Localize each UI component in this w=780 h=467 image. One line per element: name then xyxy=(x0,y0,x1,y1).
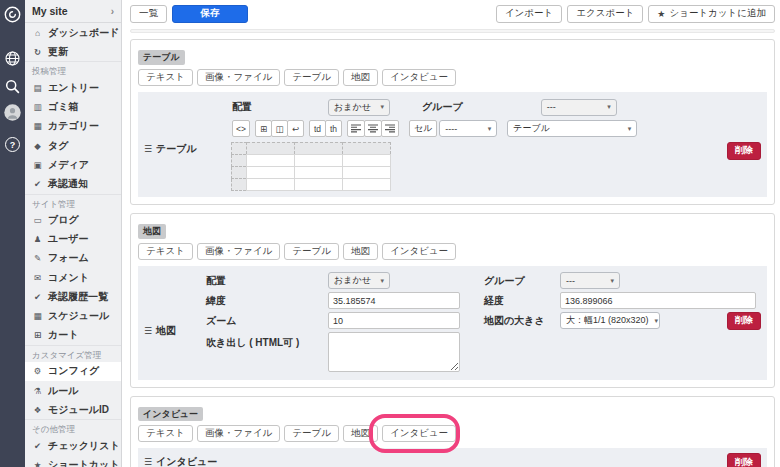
site-switcher[interactable]: My site › xyxy=(25,0,121,23)
align-left-icon[interactable] xyxy=(347,120,365,137)
sidebar-item-media[interactable]: ▣ メディア xyxy=(25,155,121,174)
add-interview-unit-button[interactable]: インタビュー xyxy=(382,69,456,86)
drag-handle-icon[interactable]: ☰ xyxy=(144,457,152,467)
sidebar-item-form[interactable]: ✎ フォーム xyxy=(25,249,121,268)
star-icon: ★ xyxy=(32,460,43,467)
sidebar-item-blog[interactable]: ▭ ブログ xyxy=(25,211,121,230)
table-style-select[interactable]: テーブル ▾ xyxy=(507,120,637,137)
drag-handle-icon[interactable]: ☰ xyxy=(144,144,152,154)
export-button[interactable]: エクスポート xyxy=(567,5,643,23)
cart-icon: ⊞ xyxy=(32,330,43,340)
search-icon[interactable] xyxy=(5,79,20,94)
drag-handle-icon[interactable]: ☰ xyxy=(144,326,152,336)
sidebar-item-entry[interactable]: ▤ エントリー xyxy=(25,78,121,97)
delete-map-unit-button[interactable]: 削除 xyxy=(727,312,761,330)
help-icon[interactable]: ? xyxy=(5,137,20,152)
save-button[interactable]: 保存 xyxy=(172,5,248,23)
table-unit-grid[interactable] xyxy=(231,142,391,191)
sidebar-item-rule[interactable]: ⚗ ルール xyxy=(25,381,121,400)
layout-select[interactable]: おまかせ ▾ xyxy=(328,272,390,289)
delete-table-unit-button[interactable]: 削除 xyxy=(727,142,761,160)
sidebar-item-schedule[interactable]: ▦ スケジュール xyxy=(25,306,121,325)
add-text-unit-button[interactable]: テキスト xyxy=(138,69,193,86)
acms-logo-icon[interactable] xyxy=(4,6,21,23)
sidebar-item-label: ユーザー xyxy=(48,232,88,246)
sidebar-item-category[interactable]: ▦ カテゴリー xyxy=(25,117,121,136)
unit-label: インタビュー xyxy=(156,455,217,467)
add-image-file-unit-button[interactable]: 画像・ファイル xyxy=(197,243,280,260)
interview-unit-buttons: テキスト 画像・ファイル テーブル 地図 インタビュー xyxy=(138,425,767,442)
delete-interview-unit-button[interactable]: 削除 xyxy=(727,453,761,467)
sidebar-item-label: カート xyxy=(48,328,78,342)
comment-icon: ✉ xyxy=(32,273,43,283)
add-text-unit-button[interactable]: テキスト xyxy=(138,425,193,442)
sidebar-item-module-id[interactable]: ❖ モジュールID xyxy=(25,400,121,419)
map-unit-box: ☰ 地図 配置 おまかせ ▾ グループ --- ▾ 緯度 xyxy=(138,266,767,380)
add-table-unit-button[interactable]: テーブル xyxy=(284,243,339,260)
align-center-icon[interactable] xyxy=(364,120,382,137)
sidebar-item-label: 承認履歴一覧 xyxy=(48,290,108,304)
add-map-unit-button[interactable]: 地図 xyxy=(343,243,378,260)
add-map-unit-button[interactable]: 地図 xyxy=(343,69,378,86)
add-interview-unit-button[interactable]: インタビュー xyxy=(382,425,456,442)
list-button[interactable]: 一覧 xyxy=(130,5,167,23)
sidebar-item-label: モジュールID xyxy=(48,403,109,417)
collapsed-section-bar[interactable] xyxy=(130,29,775,33)
sidebar-group-other: その他管理 xyxy=(25,419,121,436)
user-avatar[interactable] xyxy=(4,104,21,121)
layout-select-value: おまかせ xyxy=(334,101,371,114)
sidebar-item-checklist[interactable]: ✔ チェックリスト xyxy=(25,436,121,455)
interview-section-panel: インタビュー テキスト 画像・ファイル テーブル 地図 インタビュー ☰ インタ… xyxy=(130,396,775,467)
add-map-unit-button[interactable]: 地図 xyxy=(343,425,378,442)
add-interview-unit-button[interactable]: インタビュー xyxy=(382,243,456,260)
balloon-textarea[interactable] xyxy=(328,332,460,372)
add-column-icon[interactable]: ◫ xyxy=(271,120,288,137)
sidebar-item-tag[interactable]: ◆ タグ xyxy=(25,136,121,155)
sidebar-item-label: ブログ xyxy=(48,213,79,227)
sidebar-item-shortcut[interactable]: ★ ショートカット xyxy=(25,456,121,467)
add-shortcut-button[interactable]: ★ ショートカットに追加 xyxy=(648,5,775,23)
sidebar-item-update[interactable]: ↻ 更新 xyxy=(25,42,121,61)
site-title: My site xyxy=(32,5,68,17)
align-right-icon[interactable] xyxy=(381,120,399,137)
sidebar-item-cart[interactable]: ⊞ カート xyxy=(25,326,121,345)
group-select-value: --- xyxy=(547,102,556,112)
interview-unit-bar: ☰ インタビュー 削除 xyxy=(138,448,767,467)
group-select[interactable]: --- ▾ xyxy=(560,272,620,289)
td-button[interactable]: td xyxy=(309,120,326,137)
sidebar-item-approval-notice[interactable]: ✔ 承認通知 xyxy=(25,174,121,193)
longitude-input[interactable] xyxy=(560,292,756,309)
add-row-icon[interactable]: ⊞ xyxy=(255,120,272,137)
zoom-input[interactable] xyxy=(328,312,460,329)
layout-select[interactable]: おまかせ ▾ xyxy=(328,99,390,116)
cell-style-select[interactable]: ---- ▾ xyxy=(439,120,497,137)
globe-icon[interactable] xyxy=(5,51,20,66)
sidebar-item-comment[interactable]: ✉ コメント xyxy=(25,268,121,287)
add-table-unit-button[interactable]: テーブル xyxy=(284,69,339,86)
sidebar-item-dashboard[interactable]: ⌂ ダッシュボード xyxy=(25,23,121,42)
th-button[interactable]: th xyxy=(325,120,342,137)
sidebar-group-customize: カスタマイズ管理 xyxy=(25,345,121,362)
table-unit-name: ☰ テーブル xyxy=(144,142,197,156)
category-icon: ▦ xyxy=(32,121,43,131)
group-select[interactable]: --- ▾ xyxy=(541,99,617,116)
sidebar-item-user[interactable]: ♟ ユーザー xyxy=(25,230,121,249)
cell-type-group: td th xyxy=(309,120,342,137)
latitude-input[interactable] xyxy=(328,292,460,309)
import-button[interactable]: インポート xyxy=(496,5,562,23)
sidebar-item-label: タグ xyxy=(48,139,68,153)
add-table-unit-button[interactable]: テーブル xyxy=(284,425,339,442)
sidebar-item-label: ショートカット xyxy=(48,458,119,467)
undo-icon[interactable]: ↩ xyxy=(287,120,304,137)
group-select-value: --- xyxy=(566,276,575,286)
chevron-down-icon: ▾ xyxy=(655,317,659,325)
latitude-label: 緯度 xyxy=(206,294,328,308)
add-text-unit-button[interactable]: テキスト xyxy=(138,243,193,260)
sidebar-item-config[interactable]: ⚙ コンフィグ xyxy=(25,362,121,381)
source-code-button[interactable]: <> xyxy=(232,120,250,137)
add-image-file-unit-button[interactable]: 画像・ファイル xyxy=(197,425,280,442)
sidebar-item-trash[interactable]: ▥ ゴミ箱 xyxy=(25,98,121,117)
add-image-file-unit-button[interactable]: 画像・ファイル xyxy=(197,69,280,86)
map-size-select[interactable]: 大：幅1/1 (820x320) ▾ xyxy=(560,312,660,329)
sidebar-item-approval-history[interactable]: ✔ 承認履歴一覧 xyxy=(25,287,121,306)
